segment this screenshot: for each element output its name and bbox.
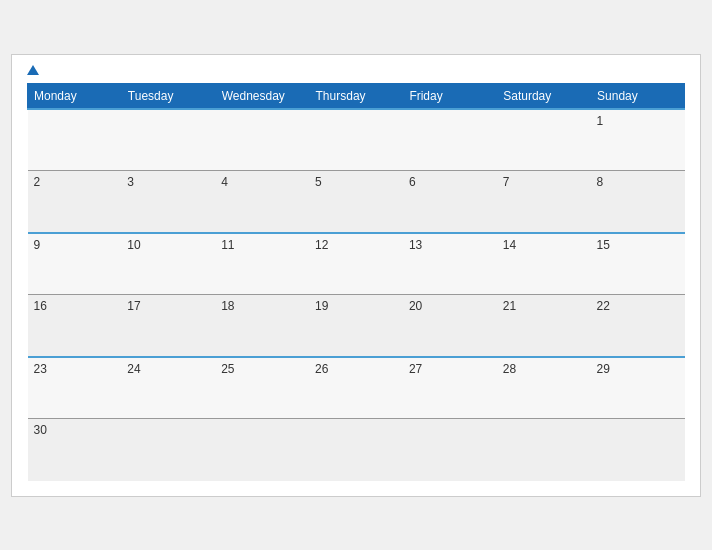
- day-number: 11: [221, 238, 234, 252]
- calendar-cell: 3: [121, 171, 215, 233]
- day-number: 12: [315, 238, 328, 252]
- weekday-header-monday: Monday: [28, 83, 122, 109]
- calendar-cell: 11: [215, 233, 309, 295]
- calendar-container: MondayTuesdayWednesdayThursdayFridaySatu…: [11, 54, 701, 497]
- weekday-header-sunday: Sunday: [591, 83, 685, 109]
- calendar-cell: 6: [403, 171, 497, 233]
- week-row-0: 1: [28, 109, 685, 171]
- calendar-cell: [121, 419, 215, 481]
- weekday-header-friday: Friday: [403, 83, 497, 109]
- day-number: 16: [34, 299, 47, 313]
- week-row-3: 16171819202122: [28, 295, 685, 357]
- weekday-header-saturday: Saturday: [497, 83, 591, 109]
- calendar-cell: 20: [403, 295, 497, 357]
- day-number: 30: [34, 423, 47, 437]
- calendar-cell: 30: [28, 419, 122, 481]
- calendar-cell: [215, 109, 309, 171]
- calendar-cell: 8: [591, 171, 685, 233]
- calendar-cell: 9: [28, 233, 122, 295]
- calendar-cell: 16: [28, 295, 122, 357]
- calendar-cell: 2: [28, 171, 122, 233]
- calendar-cell: 7: [497, 171, 591, 233]
- day-number: 25: [221, 362, 234, 376]
- day-number: 14: [503, 238, 516, 252]
- day-number: 29: [597, 362, 610, 376]
- calendar-cell: 10: [121, 233, 215, 295]
- day-number: 28: [503, 362, 516, 376]
- calendar-cell: [28, 109, 122, 171]
- calendar-cell: 25: [215, 357, 309, 419]
- day-number: 2: [34, 175, 41, 189]
- day-number: 1: [597, 114, 604, 128]
- calendar-cell: 24: [121, 357, 215, 419]
- day-number: 19: [315, 299, 328, 313]
- calendar-cell: 5: [309, 171, 403, 233]
- day-number: 23: [34, 362, 47, 376]
- calendar-cell: [403, 109, 497, 171]
- weekday-header-row: MondayTuesdayWednesdayThursdayFridaySatu…: [28, 83, 685, 109]
- week-row-4: 23242526272829: [28, 357, 685, 419]
- calendar-cell: 4: [215, 171, 309, 233]
- day-number: 9: [34, 238, 41, 252]
- week-row-1: 2345678: [28, 171, 685, 233]
- weekday-header-wednesday: Wednesday: [215, 83, 309, 109]
- day-number: 8: [597, 175, 604, 189]
- calendar-cell: 17: [121, 295, 215, 357]
- logo-blue-text: [27, 65, 41, 75]
- day-number: 18: [221, 299, 234, 313]
- calendar-cell: 23: [28, 357, 122, 419]
- day-number: 13: [409, 238, 422, 252]
- day-number: 17: [127, 299, 140, 313]
- calendar-cell: [309, 419, 403, 481]
- calendar-cell: [591, 419, 685, 481]
- calendar-grid: MondayTuesdayWednesdayThursdayFridaySatu…: [27, 83, 685, 481]
- day-number: 5: [315, 175, 322, 189]
- calendar-cell: [121, 109, 215, 171]
- calendar-cell: 14: [497, 233, 591, 295]
- week-row-5: 30: [28, 419, 685, 481]
- day-number: 3: [127, 175, 134, 189]
- calendar-cell: [309, 109, 403, 171]
- day-number: 10: [127, 238, 140, 252]
- calendar-cell: 13: [403, 233, 497, 295]
- day-number: 6: [409, 175, 416, 189]
- calendar-cell: 19: [309, 295, 403, 357]
- day-number: 24: [127, 362, 140, 376]
- calendar-cell: 22: [591, 295, 685, 357]
- day-number: 21: [503, 299, 516, 313]
- calendar-cell: [497, 109, 591, 171]
- day-number: 15: [597, 238, 610, 252]
- calendar-cell: [497, 419, 591, 481]
- week-row-2: 9101112131415: [28, 233, 685, 295]
- calendar-cell: [403, 419, 497, 481]
- calendar-cell: 21: [497, 295, 591, 357]
- calendar-cell: 15: [591, 233, 685, 295]
- day-number: 7: [503, 175, 510, 189]
- day-number: 20: [409, 299, 422, 313]
- logo: [27, 65, 41, 75]
- day-number: 4: [221, 175, 228, 189]
- calendar-cell: [215, 419, 309, 481]
- calendar-cell: 27: [403, 357, 497, 419]
- logo-triangle-icon: [27, 65, 39, 75]
- calendar-header: [27, 65, 685, 75]
- calendar-cell: 26: [309, 357, 403, 419]
- day-number: 22: [597, 299, 610, 313]
- weekday-header-thursday: Thursday: [309, 83, 403, 109]
- calendar-cell: 29: [591, 357, 685, 419]
- calendar-cell: 1: [591, 109, 685, 171]
- weekday-header-tuesday: Tuesday: [121, 83, 215, 109]
- calendar-cell: 18: [215, 295, 309, 357]
- day-number: 26: [315, 362, 328, 376]
- calendar-cell: 12: [309, 233, 403, 295]
- calendar-cell: 28: [497, 357, 591, 419]
- day-number: 27: [409, 362, 422, 376]
